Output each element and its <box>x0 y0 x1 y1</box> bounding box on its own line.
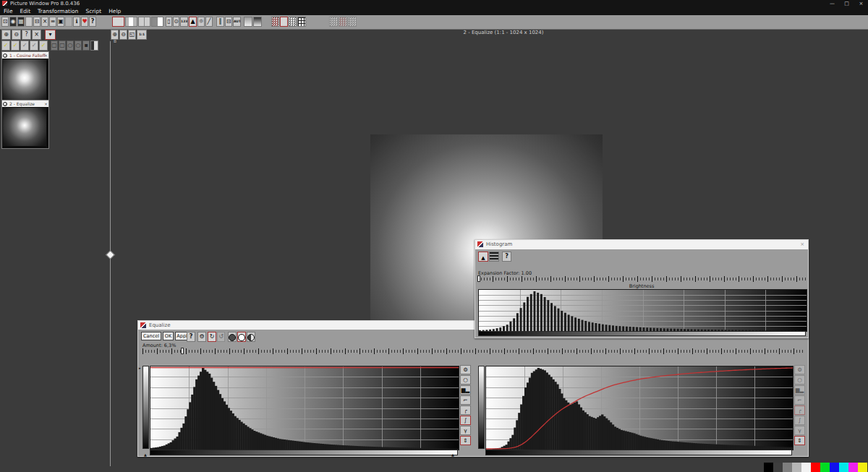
magnifier-icon[interactable]: ⊙ <box>173 17 179 27</box>
ok-button[interactable]: OK <box>163 332 174 340</box>
histogram-bars-icon[interactable]: ▆▂ <box>794 385 805 395</box>
pane-right-icon[interactable] <box>151 17 163 27</box>
thumbnail-2-titlebar[interactable]: 2 - Equalize × <box>2 100 48 107</box>
pane-left-icon[interactable] <box>112 17 124 27</box>
gear-icon[interactable]: ⚙ <box>794 365 805 374</box>
expand-vertical-icon[interactable]: ⇕ <box>460 436 471 445</box>
thumbnail-1-titlebar[interactable]: 1 - Cosine Falloff × <box>2 52 48 59</box>
pane-center-icon[interactable] <box>125 17 137 27</box>
color-swatch-7[interactable] <box>830 463 839 472</box>
camera-icon[interactable]: ▦ <box>17 17 25 27</box>
s-curve-icon[interactable]: ∫ <box>794 416 805 425</box>
pane-dashed-icon[interactable] <box>138 17 150 27</box>
close-icon[interactable]: × <box>44 52 48 59</box>
color-swatch-10[interactable] <box>858 463 867 472</box>
menu-item-file[interactable]: File <box>0 7 17 15</box>
equalize-input-plot[interactable] <box>150 366 459 450</box>
step-curve-icon[interactable]: ⌐ <box>460 395 471 405</box>
menu-item-help[interactable]: Help <box>105 7 124 15</box>
histogram-view-icon[interactable]: ▲ <box>478 252 488 262</box>
pattern-grid-icon[interactable] <box>297 17 306 27</box>
pattern-disabled-3-icon[interactable] <box>348 17 357 27</box>
gamma-icon[interactable]: γ <box>794 426 805 435</box>
levels-view-icon[interactable] <box>489 252 499 262</box>
maximize-button[interactable]: □ <box>840 0 854 7</box>
amount-slider-handle[interactable] <box>181 348 184 354</box>
check-gray-1-icon[interactable]: ✓ <box>20 40 29 51</box>
pattern-red-icon[interactable] <box>271 17 279 27</box>
monitor-icon[interactable]: ◉ <box>9 17 17 27</box>
pencil-icon[interactable]: ╱ <box>205 17 213 27</box>
color-swatch-6[interactable] <box>820 463 830 472</box>
gear-icon[interactable]: ⚙ <box>460 365 471 374</box>
close-icon[interactable]: × <box>800 240 804 249</box>
split-view-icon[interactable] <box>90 40 98 51</box>
color-swatch-5[interactable] <box>811 463 820 472</box>
duplicate-icon[interactable]: ▣ <box>57 17 64 27</box>
color-swatch-2[interactable] <box>783 463 792 472</box>
expansion-slider-handle[interactable] <box>477 275 480 282</box>
color-swatch-8[interactable] <box>839 463 848 472</box>
blank-disabled-icon[interactable] <box>65 17 72 27</box>
histogram-mountain-icon[interactable]: ▲ <box>189 17 197 27</box>
doc-disabled-2-icon[interactable]: ▢ <box>59 40 66 51</box>
thumbnail-window-1[interactable]: 1 - Cosine Falloff × <box>1 51 49 103</box>
favorites-heart-icon[interactable]: ♥ <box>81 17 88 27</box>
thumbnail-1-image[interactable] <box>3 59 46 100</box>
color-swatch-3[interactable] <box>792 463 801 472</box>
menu-item-transformation[interactable]: Transformation <box>34 7 82 15</box>
black-point-marker-icon[interactable]: ▲ <box>144 453 147 457</box>
zoom-fit-icon[interactable]: ◱ <box>128 30 136 40</box>
close-icon[interactable]: × <box>44 100 48 107</box>
undo-disabled-icon[interactable]: ↺ <box>217 332 225 342</box>
amount-slider[interactable] <box>142 348 805 354</box>
close-button[interactable]: × <box>854 0 868 7</box>
pattern-disabled-2-icon[interactable] <box>339 17 347 27</box>
palette-icon[interactable]: ☼ <box>197 17 205 27</box>
check-yellow-3-icon[interactable]: ✓ <box>39 40 48 51</box>
zoom-out-icon[interactable]: ⊖ <box>119 30 127 40</box>
auto-icon[interactable]: AUTO <box>233 17 241 27</box>
histogram-titlebar[interactable]: Histogram × <box>475 240 808 249</box>
zoom-one-to-one-icon[interactable]: 1:1 <box>137 30 147 40</box>
numbers-123-icon[interactable]: 123 <box>180 17 188 27</box>
new-image-icon[interactable]: ⊡ <box>1 17 9 27</box>
check-yellow-2-icon[interactable]: ✓ <box>11 40 20 51</box>
thumbnail-2-image[interactable] <box>3 108 46 146</box>
color-swatch-1[interactable] <box>773 463 783 472</box>
blank-swatch-icon[interactable] <box>25 17 33 27</box>
battery-icon[interactable]: ▯ <box>166 17 172 27</box>
rise-curve-icon[interactable]: ╭ <box>794 406 805 415</box>
white-circle-icon[interactable] <box>237 332 246 342</box>
dark-circle-icon[interactable] <box>228 332 237 342</box>
refresh-icon[interactable]: ↻ <box>208 332 216 342</box>
check-gray-2-icon[interactable]: ✓ <box>30 40 38 51</box>
cancel-button[interactable]: Cancel <box>141 332 161 340</box>
help-button[interactable]: ? <box>187 332 195 342</box>
color-swatch-9[interactable] <box>848 463 858 472</box>
help-icon[interactable]: ? <box>89 17 96 27</box>
step-curve-icon[interactable]: ⌐ <box>794 395 805 405</box>
info-icon[interactable]: ℹ <box>73 17 80 27</box>
dot-disabled-icon[interactable]: ▪ <box>82 40 90 51</box>
list-icon[interactable]: ≡ <box>49 17 56 27</box>
splitter-handle-icon[interactable] <box>106 250 115 259</box>
check-yellow-1-icon[interactable]: ✓ <box>1 40 10 51</box>
gradient-a-icon[interactable] <box>244 17 252 27</box>
horizontal-split-icon[interactable]: ⊟ <box>225 17 232 27</box>
pattern-light-icon[interactable] <box>289 17 297 27</box>
equalize-output-plot[interactable] <box>485 366 793 450</box>
close-file-icon[interactable]: × <box>41 17 48 27</box>
settings-gear-icon[interactable]: ⚙ <box>197 332 206 342</box>
gradient-b-icon[interactable] <box>253 17 262 27</box>
circle-icon[interactable]: ○ <box>794 375 805 385</box>
thumbnail-window-2[interactable]: 2 - Equalize × <box>1 100 49 149</box>
white-point-marker-icon[interactable]: ▲ <box>451 453 454 457</box>
pattern-disabled-1-icon[interactable] <box>329 17 338 27</box>
print-icon[interactable]: ⊟ <box>33 17 41 27</box>
expansion-slider[interactable] <box>478 276 807 282</box>
s-curve-icon[interactable]: ∫ <box>460 416 471 425</box>
pattern-dark-icon[interactable] <box>280 17 288 27</box>
histogram-bars-icon[interactable]: ▆▂ <box>460 385 471 395</box>
doc-disabled-1-icon[interactable]: ▢ <box>51 40 58 51</box>
